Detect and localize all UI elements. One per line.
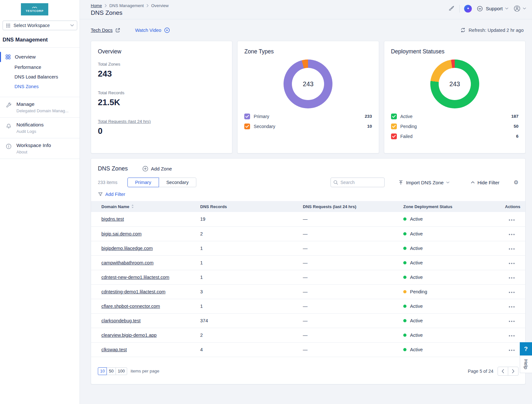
table-toolbar: 233 items Primary Secondary Import DNS Z…	[91, 172, 525, 187]
stat-total-requests: Total Requests (last 24 hrs) 0	[98, 119, 225, 136]
chevron-down-icon	[505, 7, 509, 10]
checkbox-checked-icon[interactable]	[244, 114, 250, 119]
paintbrush-icon[interactable]	[448, 5, 455, 12]
row-actions-button[interactable]	[509, 247, 515, 251]
checkbox-checked-icon[interactable]	[391, 133, 397, 139]
next-page-button[interactable]	[508, 367, 518, 376]
table-row: clkswap.test 4 — Active	[91, 342, 525, 357]
play-circle-icon	[164, 27, 170, 33]
stat-label: Total Zones	[98, 62, 225, 67]
dns-requests-cell: —	[299, 212, 400, 226]
domain-link[interactable]: bigdns.test	[101, 216, 124, 222]
help-question-button[interactable]: ?	[520, 342, 532, 355]
checkbox-checked-icon[interactable]	[391, 124, 397, 129]
status-dot-icon	[403, 290, 406, 293]
support-menu[interactable]: Support	[476, 5, 509, 12]
domain-link[interactable]: cdntest-new-demo1.lilactest.com	[101, 275, 169, 280]
sidebar-nav: Overview Performance DNS Load Balancers …	[0, 51, 79, 97]
dns-requests-cell: —	[299, 241, 400, 255]
row-actions-button[interactable]	[509, 334, 515, 338]
page-size-100[interactable]: 100	[116, 367, 127, 375]
domain-link[interactable]: clarksondebug.test	[101, 318, 141, 323]
watch-video-link[interactable]: Watch Video	[135, 27, 170, 33]
add-filter-button[interactable]: Add Filter	[91, 187, 132, 201]
user-menu[interactable]	[513, 5, 526, 13]
divider	[459, 5, 460, 13]
table-row: bigdns.test 19 — Active	[91, 212, 525, 226]
chevron-right-icon	[512, 369, 515, 373]
help-tab[interactable]: Help	[520, 355, 532, 373]
domain-link[interactable]: clkswap.test	[101, 347, 127, 352]
sidebar-item-label: Overview	[15, 54, 36, 60]
sort-icon[interactable]	[131, 204, 134, 208]
breadcrumb-home[interactable]: Home	[91, 3, 102, 8]
sidebar-item-label: Notifications	[16, 122, 43, 128]
company-logo[interactable]: TESTCORP	[21, 3, 48, 15]
row-actions-button[interactable]	[509, 218, 515, 222]
row-actions-button[interactable]	[509, 305, 515, 309]
dns-records-cell: 374	[197, 313, 299, 328]
logo-text: TESTCORP	[26, 9, 43, 13]
row-actions-button[interactable]	[509, 348, 515, 352]
gear-icon[interactable]: ⚙	[514, 180, 518, 185]
domain-link[interactable]: bigip.sai.demo.com	[101, 231, 142, 236]
domain-link[interactable]: bigipdemo.lilacedge.com	[101, 246, 153, 251]
stat-label-link[interactable]: Total Requests (last 24 hrs)	[98, 119, 225, 124]
domain-link[interactable]: campwithabathroom.com	[101, 260, 154, 265]
row-actions-button[interactable]	[509, 262, 515, 265]
sidebar-item-dns-load-balancers[interactable]: DNS Load Balancers	[0, 72, 79, 82]
hide-filter-button[interactable]: Hide Filter	[471, 180, 499, 185]
row-actions-button[interactable]	[509, 233, 515, 236]
breadcrumb-dns-management[interactable]: DNS Management	[109, 3, 144, 8]
status-badge: Active	[403, 216, 501, 222]
hide-filter-label: Hide Filter	[477, 180, 499, 185]
breadcrumb-overview[interactable]: Overview	[151, 3, 169, 8]
status-dot-icon	[403, 348, 406, 351]
sidebar-item-label: Manage	[16, 101, 69, 107]
top-bar: Home DNS Management Overview DNS Zones ✦…	[80, 0, 532, 19]
checkbox-checked-icon[interactable]	[244, 124, 250, 129]
sidebar-item-dns-zones[interactable]: DNS Zones	[0, 82, 79, 91]
tab-primary[interactable]: Primary	[127, 178, 159, 187]
domain-link[interactable]: cflare.shpbot-connector.com	[101, 304, 160, 309]
row-actions-button[interactable]	[509, 276, 515, 280]
checkbox-checked-icon[interactable]	[391, 114, 397, 119]
workspace-selector[interactable]: Select Workspace	[3, 21, 77, 30]
domain-link[interactable]: cdntesting-demo1.lilactest.com	[101, 289, 165, 294]
sidebar-item-overview[interactable]: Overview	[0, 51, 79, 62]
dns-requests-cell: —	[299, 342, 400, 357]
dns-requests-cell: —	[299, 270, 400, 284]
column-header-domain-name[interactable]: Domain Name	[91, 201, 197, 212]
support-icon	[476, 5, 483, 12]
column-header-actions: Actions	[501, 201, 525, 212]
status-badge: Active	[403, 231, 501, 236]
dns-records-cell: 3	[197, 284, 299, 299]
search-input[interactable]	[331, 178, 385, 187]
tech-docs-link[interactable]: Tech Docs	[91, 28, 120, 33]
sidebar-item-manage[interactable]: Manage Delegated Domain Manag...	[0, 97, 79, 118]
search-icon	[333, 180, 338, 185]
import-dns-zone-button[interactable]: Import DNS Zone	[398, 180, 450, 185]
sidebar-item-notifications[interactable]: Notifications Audit Logs	[0, 118, 79, 138]
refresh-icon	[460, 27, 466, 33]
page-size-10[interactable]: 10	[98, 367, 107, 375]
bell-icon	[5, 123, 12, 129]
sidebar-item-workspace-info[interactable]: Workspace Info About	[0, 138, 79, 159]
row-actions-button[interactable]	[509, 319, 515, 323]
status-dot-icon	[403, 247, 406, 250]
refresh-button[interactable]: Refresh: Updated 2 hr ago	[460, 27, 524, 33]
card-title: Overview	[98, 48, 225, 55]
row-actions-button[interactable]	[509, 290, 515, 294]
domain-link[interactable]: clearview.bigip-demo1.app	[101, 333, 157, 338]
ai-assistant-button[interactable]: ✦	[464, 5, 472, 13]
dns-zones-table: Domain Name DNS Records DNS Requests (la…	[91, 201, 525, 357]
previous-page-button[interactable]	[498, 367, 508, 376]
page-size-50[interactable]: 50	[107, 367, 116, 375]
dns-requests-cell: —	[299, 284, 400, 299]
deployment-statuses-legend: Active 187 Pending 50 Failed 6	[391, 111, 518, 141]
sidebar-item-sublabel: Audit Logs	[16, 129, 43, 134]
sidebar-item-performance[interactable]: Performance	[0, 62, 79, 72]
add-zone-button[interactable]: Add Zone	[142, 166, 172, 172]
tab-secondary[interactable]: Secondary	[159, 178, 196, 187]
stat-total-records: Total Records 21.5K	[98, 90, 225, 107]
